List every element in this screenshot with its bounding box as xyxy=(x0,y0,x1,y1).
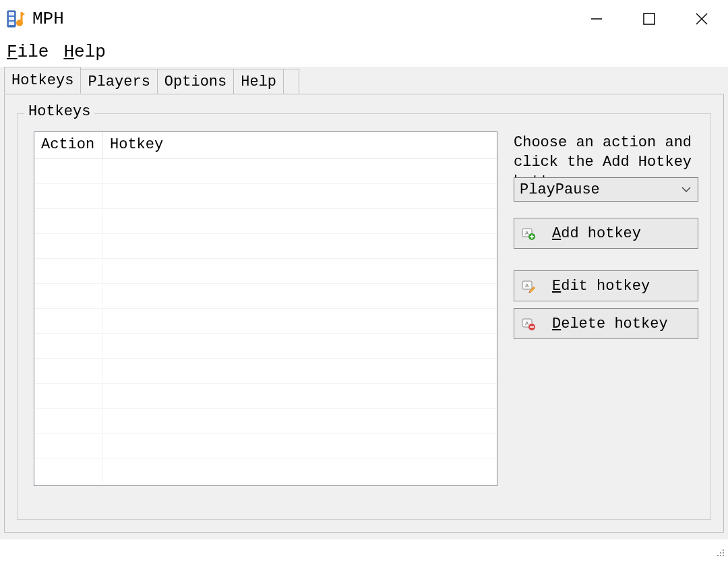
tab-separator xyxy=(283,69,299,94)
add-hotkey-button[interactable]: A Add hotkey xyxy=(514,218,698,249)
title-bar: MPH xyxy=(0,0,728,38)
tab-strip: Hotkeys Players Options Help xyxy=(0,67,728,94)
svg-rect-21 xyxy=(720,552,721,554)
svg-rect-22 xyxy=(723,552,724,554)
combobox-value: PlayPause xyxy=(520,181,600,198)
list-row[interactable] xyxy=(34,284,497,309)
delete-hotkey-button[interactable]: A Delete hotkey xyxy=(514,308,698,339)
close-button[interactable] xyxy=(675,0,728,38)
tab-help[interactable]: Help xyxy=(233,69,284,94)
menu-bar: File Help xyxy=(0,38,728,66)
svg-rect-3 xyxy=(9,22,14,25)
list-row[interactable] xyxy=(34,409,497,434)
svg-text:A: A xyxy=(525,320,529,326)
svg-rect-23 xyxy=(717,555,719,556)
list-row[interactable] xyxy=(34,434,497,458)
edit-hotkey-button[interactable]: A Edit hotkey xyxy=(514,270,698,301)
list-row[interactable] xyxy=(34,458,497,483)
minimize-button[interactable] xyxy=(570,0,623,38)
svg-rect-25 xyxy=(723,555,724,556)
tab-panel-hotkeys: Hotkeys Action Hotkey xyxy=(4,94,724,533)
listview-rows xyxy=(34,159,497,485)
svg-text:A: A xyxy=(525,230,529,236)
svg-point-4 xyxy=(16,20,23,26)
tab-hotkeys[interactable]: Hotkeys xyxy=(4,67,81,94)
svg-rect-2 xyxy=(9,17,14,20)
edit-hotkey-label: Edit hotkey xyxy=(552,278,691,295)
column-header-action[interactable]: Action xyxy=(34,132,103,158)
delete-hotkey-label: Delete hotkey xyxy=(552,316,691,332)
list-row[interactable] xyxy=(34,384,497,409)
list-row[interactable] xyxy=(34,234,497,259)
groupbox-title: Hotkeys xyxy=(24,103,94,120)
key-edit-icon: A xyxy=(521,278,536,293)
chevron-down-icon xyxy=(680,183,692,196)
add-hotkey-label: Add hotkey xyxy=(552,225,691,242)
menu-file[interactable]: File xyxy=(5,40,50,63)
side-panel: Choose an action and click the Add Hotke… xyxy=(514,131,698,507)
groupbox-hotkeys: Hotkeys Action Hotkey xyxy=(17,113,711,520)
maximize-button[interactable] xyxy=(623,0,675,38)
key-add-icon: A xyxy=(521,226,536,241)
main-window: MPH File Help Hotkeys Players Options He… xyxy=(0,0,728,539)
list-row[interactable] xyxy=(34,359,497,384)
menu-file-rest: ile xyxy=(18,42,49,62)
app-icon xyxy=(7,9,26,28)
client-area: Hotkeys Players Options Help Hotkeys Act… xyxy=(0,66,728,539)
svg-text:A: A xyxy=(525,282,529,289)
svg-rect-6 xyxy=(644,13,655,24)
groupbox-inner: Action Hotkey xyxy=(34,131,698,507)
list-row[interactable] xyxy=(34,309,497,334)
window-title: MPH xyxy=(32,9,64,29)
tab-options[interactable]: Options xyxy=(157,69,234,94)
list-row[interactable] xyxy=(34,159,497,184)
tab-players[interactable]: Players xyxy=(80,69,157,94)
instruction-text: Choose an action and click the Add Hotke… xyxy=(514,133,698,177)
svg-rect-24 xyxy=(720,555,721,556)
hotkeys-listview[interactable]: Action Hotkey xyxy=(34,131,497,486)
svg-rect-20 xyxy=(723,549,724,551)
resize-grip[interactable] xyxy=(715,547,727,564)
window-controls xyxy=(570,0,728,38)
key-delete-icon: A xyxy=(521,316,536,331)
column-header-hotkey[interactable]: Hotkey xyxy=(103,132,497,158)
svg-rect-1 xyxy=(9,12,14,16)
listview-header: Action Hotkey xyxy=(34,132,497,159)
list-row[interactable] xyxy=(34,259,497,284)
action-combobox[interactable]: PlayPause xyxy=(514,177,698,202)
list-row[interactable] xyxy=(34,334,497,359)
list-row[interactable] xyxy=(34,184,497,209)
menu-help[interactable]: Help xyxy=(62,40,107,63)
menu-help-rest: elp xyxy=(74,42,106,62)
list-row[interactable] xyxy=(34,209,497,234)
